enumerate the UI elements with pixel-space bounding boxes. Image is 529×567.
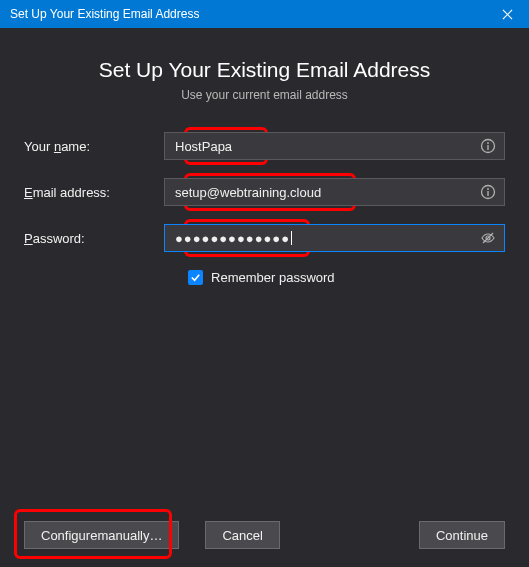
password-row: Password: ●●●●●●●●●●●●● [24, 224, 505, 252]
close-button[interactable] [493, 0, 521, 28]
email-input[interactable] [164, 178, 505, 206]
name-label: Your name: [24, 139, 164, 154]
info-icon[interactable] [479, 137, 497, 155]
eye-off-icon[interactable] [479, 229, 497, 247]
info-icon[interactable] [479, 183, 497, 201]
footer: Configure manually… Cancel Continue [0, 521, 529, 549]
form: Your name: Email address: Password: ●●●●… [0, 102, 529, 285]
password-label: Password: [24, 231, 164, 246]
titlebar: Set Up Your Existing Email Address [0, 0, 529, 28]
name-input[interactable] [164, 132, 505, 160]
email-row: Email address: [24, 178, 505, 206]
continue-button[interactable]: Continue [419, 521, 505, 549]
password-input[interactable]: ●●●●●●●●●●●●● [164, 224, 505, 252]
configure-manually-button[interactable]: Configure manually… [24, 521, 179, 549]
check-icon [190, 272, 201, 283]
window-title: Set Up Your Existing Email Address [10, 7, 199, 21]
remember-label: Remember password [211, 270, 335, 285]
svg-point-3 [487, 142, 489, 144]
header: Set Up Your Existing Email Address Use y… [0, 58, 529, 102]
svg-point-6 [487, 188, 489, 190]
page-title: Set Up Your Existing Email Address [0, 58, 529, 82]
svg-rect-7 [487, 191, 488, 196]
remember-row: Remember password [188, 270, 505, 285]
name-row: Your name: [24, 132, 505, 160]
svg-rect-4 [487, 145, 488, 150]
remember-checkbox[interactable] [188, 270, 203, 285]
cancel-button[interactable]: Cancel [205, 521, 279, 549]
close-icon [502, 9, 513, 20]
email-label: Email address: [24, 185, 164, 200]
page-subtitle: Use your current email address [0, 88, 529, 102]
